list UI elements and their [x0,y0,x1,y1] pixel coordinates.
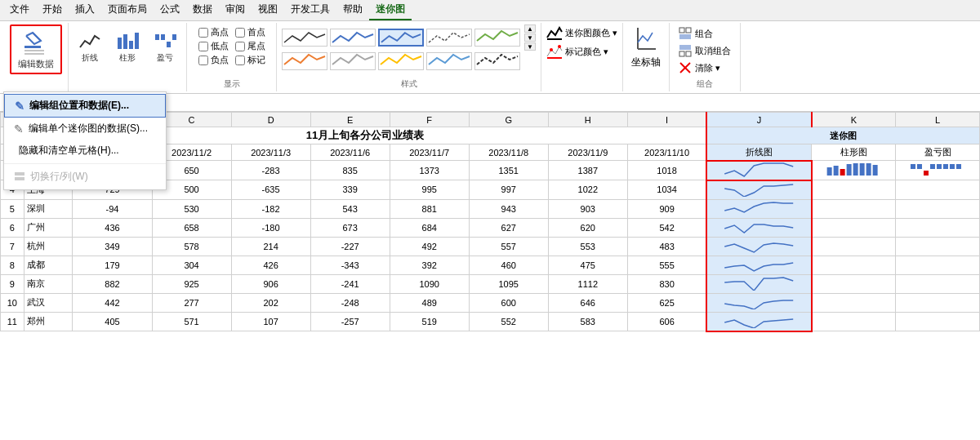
row-6-header[interactable]: 6 [1,218,24,237]
menu-sparkline[interactable]: 迷你图 [369,0,412,20]
cell-G3[interactable]: 1351 [469,161,548,180]
cell-C8[interactable]: 304 [152,256,231,274]
cell-L3[interactable] [896,161,980,180]
cell-H6[interactable]: 620 [548,218,627,237]
axis-button[interactable]: 坐标轴 [628,24,664,71]
cell-E3[interactable]: 835 [310,161,390,180]
cell-G8[interactable]: 460 [469,256,548,274]
cell-F3[interactable]: 1373 [390,161,469,180]
cell-G9[interactable]: 1095 [469,274,548,293]
cell-I3[interactable]: 1018 [627,161,706,180]
col-F[interactable]: F [390,113,469,127]
header-sparkline-bar[interactable]: 柱形图 [812,144,896,161]
cell-E9[interactable]: -241 [310,274,390,293]
cell-E11[interactable]: -257 [310,312,390,331]
cell-E7[interactable]: -227 [310,237,390,256]
col-I[interactable]: I [627,113,706,127]
cell-D8[interactable]: 426 [231,256,310,274]
cell-L4[interactable] [896,180,980,200]
cell-D9[interactable]: 906 [231,274,310,293]
cell-D11[interactable]: 107 [231,312,310,331]
cell-G4[interactable]: 997 [469,180,548,200]
cell-A5[interactable]: 深圳 [24,199,73,218]
menu-file[interactable]: 文件 [3,0,36,20]
low-point-checkbox[interactable] [198,42,208,51]
cell-H9[interactable]: 1112 [548,274,627,293]
col-D[interactable]: D [231,113,310,127]
cell-G6[interactable]: 627 [469,218,548,237]
header-date7[interactable]: 2023/11/9 [548,144,627,161]
cell-E8[interactable]: -343 [310,256,390,274]
menu-view[interactable]: 视图 [252,0,284,20]
style-scroll-up[interactable]: ▲ [524,24,536,33]
style-preview-6[interactable] [282,52,327,70]
cell-L10[interactable] [896,293,980,312]
formula-input[interactable] [85,97,977,109]
cell-C11[interactable]: 571 [152,312,231,331]
cell-K6[interactable] [812,218,896,237]
style-preview-9[interactable] [426,52,472,70]
cell-L5[interactable] [896,199,980,218]
header-date8[interactable]: 2023/11/10 [627,144,706,161]
cell-D4[interactable]: -635 [231,180,310,200]
menu-developer[interactable]: 开发工具 [284,0,336,20]
cell-J6[interactable] [706,218,811,237]
style-preview-7[interactable] [330,52,376,70]
type-line-button[interactable]: 折线 [74,28,106,65]
last-point-checkbox[interactable] [235,42,245,51]
cell-F4[interactable]: 995 [390,180,469,200]
neg-point-checkbox[interactable] [198,56,208,65]
cell-G5[interactable]: 943 [469,199,548,218]
cell-J10[interactable] [706,293,811,312]
marker-checkbox[interactable] [235,56,245,65]
cell-F6[interactable]: 684 [390,218,469,237]
cell-I5[interactable]: 909 [627,199,706,218]
cell-E10[interactable]: -248 [310,293,390,312]
style-scroll-more[interactable]: ▼ [524,42,536,51]
cell-H5[interactable]: 903 [548,199,627,218]
cell-E6[interactable]: 673 [310,218,390,237]
col-J[interactable]: J [706,113,811,127]
cell-L7[interactable] [896,237,980,256]
style-preview-4[interactable] [426,29,472,47]
style-preview-2[interactable] [330,29,376,47]
menu-page-layout[interactable]: 页面布局 [101,0,154,20]
cell-B8[interactable]: 179 [73,256,152,274]
clear-button[interactable]: 清除 ▾ [676,60,733,75]
cell-I6[interactable]: 542 [627,218,706,237]
cell-F5[interactable]: 881 [390,199,469,218]
type-bar-button[interactable]: 柱形 [111,28,144,65]
menu-data[interactable]: 数据 [186,0,219,20]
cell-D10[interactable]: 202 [231,293,310,312]
cell-K3[interactable] [812,161,896,180]
menu-start[interactable]: 开始 [36,0,69,20]
high-point-checkbox[interactable] [198,28,208,38]
cell-G7[interactable]: 557 [469,237,548,256]
row-5-header[interactable]: 5 [1,199,24,218]
col-E[interactable]: E [310,113,390,127]
cell-B11[interactable]: 405 [73,312,152,331]
cell-L8[interactable] [896,256,980,274]
cell-D7[interactable]: 214 [231,237,310,256]
cell-F7[interactable]: 492 [390,237,469,256]
row-11-header[interactable]: 11 [1,312,24,331]
dropdown-item-hide-clear[interactable]: 隐藏和清空单元格(H)... [4,140,166,162]
cell-G11[interactable]: 552 [469,312,548,331]
col-K[interactable]: K [812,113,896,127]
col-G[interactable]: G [469,113,548,127]
cell-F8[interactable]: 392 [390,256,469,274]
cell-L11[interactable] [896,312,980,331]
cell-H4[interactable]: 1022 [548,180,627,200]
cell-F10[interactable]: 489 [390,293,469,312]
cell-A11[interactable]: 郑州 [24,312,73,331]
cell-C9[interactable]: 925 [152,274,231,293]
cell-E4[interactable]: 339 [310,180,390,200]
cell-J5[interactable] [706,199,811,218]
edit-data-button[interactable]: 编辑数据 [10,24,62,74]
cell-J3[interactable] [706,161,811,180]
cell-H7[interactable]: 553 [548,237,627,256]
cell-A7[interactable]: 杭州 [24,237,73,256]
cell-C6[interactable]: 658 [152,218,231,237]
cell-D3[interactable]: -283 [231,161,310,180]
cell-C10[interactable]: 277 [152,293,231,312]
